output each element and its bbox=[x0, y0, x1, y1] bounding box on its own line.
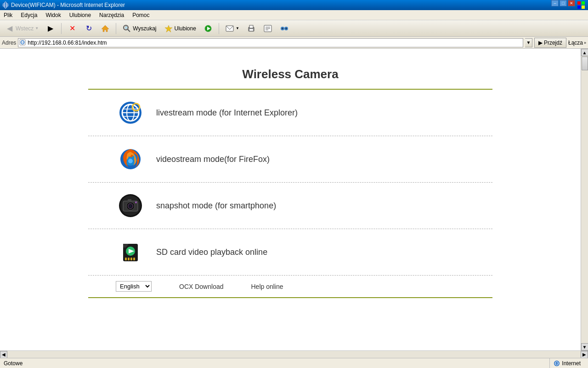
favorites-button[interactable]: Ulubione bbox=[161, 22, 199, 35]
videostream-link[interactable]: videostream mode(for FireFox) bbox=[88, 136, 492, 183]
stop-button[interactable]: ✕ bbox=[64, 22, 80, 35]
minimize-button[interactable]: – bbox=[551, 0, 559, 6]
back-label: Wstecz bbox=[16, 25, 34, 32]
media-icon bbox=[204, 24, 213, 33]
media-button[interactable] bbox=[200, 22, 216, 35]
menu-view[interactable]: Widok bbox=[44, 11, 62, 19]
svg-rect-5 bbox=[577, 1, 581, 5]
search-label: Wyszukaj bbox=[133, 25, 156, 32]
mail-dropdown-icon: ▼ bbox=[236, 26, 239, 30]
address-input-wrap bbox=[18, 38, 523, 47]
videostream-text: videostream mode(for FireFox) bbox=[156, 155, 270, 164]
svg-marker-13 bbox=[165, 25, 172, 32]
discuss-button[interactable] bbox=[277, 22, 292, 35]
title-text: Device(WIFICAM) - Microsoft Internet Exp… bbox=[11, 2, 125, 8]
toolbar: ◀ Wstecz ▼ ▶ ✕ ↻ 🔍 Wyszukaj bbox=[0, 20, 588, 37]
links-button[interactable]: Łącza » bbox=[568, 40, 586, 46]
address-label: Adres bbox=[2, 40, 16, 46]
sdcard-text: SD card video playback online bbox=[156, 247, 267, 257]
back-icon: ◀ bbox=[5, 24, 14, 33]
home-icon bbox=[101, 24, 110, 33]
main-content: Wireless Camera bbox=[0, 49, 581, 351]
livestream-link[interactable]: livestream mode (for Internet Explorer) bbox=[88, 90, 492, 136]
svg-rect-54 bbox=[125, 258, 127, 260]
search-button[interactable]: 🔍 Wyszukaj bbox=[119, 22, 159, 35]
discuss-icon bbox=[280, 24, 289, 33]
toolbar-sep-1 bbox=[61, 23, 62, 34]
refresh-button[interactable]: ↻ bbox=[81, 22, 96, 35]
mail-icon bbox=[225, 24, 234, 33]
scroll-down-button[interactable]: ▼ bbox=[581, 343, 588, 351]
menu-favorites[interactable]: Ulubione bbox=[68, 11, 93, 19]
menu-tools[interactable]: Narzędzia bbox=[97, 11, 126, 19]
windows-flag-icon bbox=[576, 0, 586, 10]
svg-rect-56 bbox=[130, 258, 132, 260]
svg-rect-19 bbox=[249, 29, 253, 31]
footer-row: English Chinese German French OCX Downlo… bbox=[88, 276, 492, 298]
go-button[interactable]: ▶ Przejdź bbox=[534, 38, 566, 48]
svg-rect-57 bbox=[133, 258, 135, 260]
edit-icon bbox=[263, 24, 272, 33]
edit-button[interactable] bbox=[260, 22, 276, 35]
mail-button[interactable]: ▼ bbox=[222, 22, 243, 35]
svg-marker-9 bbox=[102, 25, 109, 32]
svg-point-48 bbox=[129, 205, 132, 207]
forward-icon: ▶ bbox=[46, 24, 55, 33]
sdcard-icon bbox=[116, 237, 145, 267]
title-bar: Device(WIFICAM) - Microsoft Internet Exp… bbox=[0, 0, 588, 10]
browser-icon bbox=[2, 1, 9, 9]
toolbar-sep-3 bbox=[219, 23, 219, 34]
page-title: Wireless Camera bbox=[88, 58, 492, 89]
favorites-label: Ulubione bbox=[175, 25, 196, 32]
print-icon bbox=[247, 24, 256, 33]
svg-text:🔍: 🔍 bbox=[124, 26, 129, 30]
help-online-link[interactable]: Help online bbox=[251, 283, 283, 290]
page-icon bbox=[19, 39, 27, 46]
ie-icon bbox=[116, 98, 145, 127]
address-dropdown[interactable]: ▼ bbox=[525, 38, 532, 47]
menu-file[interactable]: Plik bbox=[2, 11, 14, 19]
menu-bar: Plik Edycja Widok Ulubione Narzędzia Pom… bbox=[0, 10, 588, 20]
svg-rect-50 bbox=[128, 199, 131, 201]
links-chevron-icon: » bbox=[584, 40, 586, 45]
close-button[interactable]: ✕ bbox=[568, 0, 575, 6]
favorites-icon bbox=[164, 24, 173, 33]
hscroll-track[interactable] bbox=[7, 351, 581, 358]
stop-icon: ✕ bbox=[68, 24, 77, 33]
svg-rect-18 bbox=[249, 25, 253, 28]
hscroll-left-button[interactable]: ◀ bbox=[0, 351, 7, 358]
refresh-icon: ↻ bbox=[84, 24, 93, 33]
scroll-thumb[interactable] bbox=[582, 57, 588, 70]
menu-help[interactable]: Pomoc bbox=[130, 11, 151, 19]
svg-point-26 bbox=[282, 28, 283, 29]
sdcard-link[interactable]: SD card video playback online bbox=[88, 229, 492, 276]
scroll-track[interactable] bbox=[581, 71, 588, 343]
toolbar-sep-2 bbox=[116, 23, 116, 34]
maximize-button[interactable]: □ bbox=[560, 0, 567, 6]
print-button[interactable] bbox=[243, 22, 259, 35]
snapshot-text: snapshot mode (for smartphone) bbox=[156, 201, 276, 211]
svg-rect-7 bbox=[577, 6, 581, 9]
svg-rect-55 bbox=[128, 258, 130, 260]
menu-edit[interactable]: Edycja bbox=[19, 11, 39, 19]
vertical-scrollbar: ▲ ▼ bbox=[581, 49, 588, 351]
svg-rect-6 bbox=[582, 1, 585, 5]
scroll-up-button[interactable]: ▲ bbox=[581, 49, 588, 56]
back-dropdown-icon: ▼ bbox=[35, 26, 39, 30]
home-button[interactable] bbox=[97, 22, 113, 35]
svg-rect-8 bbox=[582, 6, 585, 9]
address-input[interactable] bbox=[28, 40, 522, 46]
language-select-wrap: English Chinese German French bbox=[116, 281, 152, 292]
language-select[interactable]: English Chinese German French bbox=[116, 281, 152, 292]
snapshot-link[interactable]: snapshot mode (for smartphone) bbox=[88, 183, 492, 229]
search-icon: 🔍 bbox=[122, 24, 131, 33]
page-inner: Wireless Camera bbox=[79, 49, 502, 307]
forward-button[interactable]: ▶ bbox=[43, 22, 58, 35]
ocx-download-link[interactable]: OCX Download bbox=[179, 283, 224, 290]
svg-point-51 bbox=[135, 201, 137, 203]
hscroll-right-button[interactable]: ▶ bbox=[581, 351, 588, 358]
go-icon: ▶ bbox=[538, 40, 543, 46]
address-bar: Adres ▼ ▶ Przejdź Łącza » bbox=[0, 37, 588, 49]
back-button[interactable]: ◀ Wstecz ▼ bbox=[2, 22, 42, 35]
svg-point-27 bbox=[285, 28, 287, 29]
